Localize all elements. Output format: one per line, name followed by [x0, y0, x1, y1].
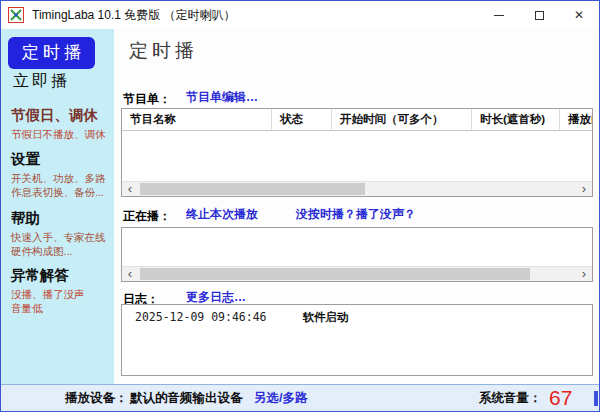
- scrollbar-thumb[interactable]: [140, 268, 530, 280]
- scroll-left-icon[interactable]: ‹: [122, 267, 138, 281]
- scroll-right-icon[interactable]: ›: [576, 267, 592, 281]
- app-logo-icon: [8, 7, 24, 23]
- playlist-label: 节目单：: [123, 92, 171, 106]
- sidebar-item-subtitle: 快速入手、专家在线 硬件构成图...: [11, 231, 106, 258]
- sidebar-item-subtitle: 没播、播了没声 音量低: [11, 288, 85, 315]
- playlist-table: 节目名称 状态 开始时间（可多个） 时长(遮首秒) 播放内容 ‹ ›: [121, 108, 593, 197]
- playback-help-link[interactable]: 没按时播？播了没声？: [296, 206, 416, 223]
- playlist-table-header: 节目名称 状态 开始时间（可多个） 时长(遮首秒) 播放内容: [122, 109, 592, 131]
- sidebar-item-subtitle: 开关机、功放、多路 作息表切换、备份...: [11, 172, 106, 199]
- window-title: TimingLaba 10.1 免费版 （定时喇叭）: [32, 7, 236, 24]
- minimize-icon: [494, 15, 504, 16]
- maximize-button[interactable]: [519, 1, 559, 29]
- sidebar-item-subtitle: 节假日不播放、调休: [11, 128, 106, 142]
- column-header-name: 节目名称: [122, 109, 272, 130]
- playlist-hscrollbar[interactable]: ‹ ›: [122, 181, 592, 196]
- sidebar-item-label: 节假日、调休: [11, 106, 106, 125]
- sidebar-item-instant-play[interactable]: 立即播: [13, 71, 70, 92]
- sidebar-item-label: 异常解答: [11, 266, 85, 285]
- playlist-row: 节目单： 节目单编辑…: [123, 89, 171, 108]
- playback-device-value: 默认的音频输出设备: [130, 385, 243, 411]
- scrollbar-thumb[interactable]: [140, 183, 365, 195]
- app-window: TimingLaba 10.1 免费版 （定时喇叭） ✕ 定时播 立即播 节假日…: [0, 0, 600, 412]
- main-content: 定时播 节目单： 节目单编辑… 节目名称 状态 开始时间（可多个） 时长(遮首秒…: [114, 29, 599, 384]
- column-header-start-time: 开始时间（可多个）: [332, 109, 472, 130]
- log-box: 2025-12-09 09:46:46 软件启动: [121, 304, 593, 376]
- system-volume-value: 67: [549, 385, 572, 411]
- log-entry: 2025-12-09 09:46:46 软件启动: [135, 310, 592, 325]
- column-header-content: 播放内容: [560, 109, 592, 130]
- sidebar-item-timed-play[interactable]: 定时播: [8, 37, 95, 69]
- sidebar-item-label: 帮助: [11, 209, 106, 228]
- sidebar-item-help[interactable]: 帮助 快速入手、专家在线 硬件构成图...: [11, 209, 106, 258]
- log-entry-message: 软件启动: [303, 310, 349, 325]
- clipped-edge-control-icon: [594, 391, 598, 406]
- scroll-left-icon[interactable]: ‹: [122, 182, 138, 196]
- playback-device-label: 播放设备：: [65, 385, 128, 411]
- maximize-icon: [535, 11, 544, 20]
- sidebar-item-holidays[interactable]: 节假日、调休 节假日不播放、调休: [11, 106, 106, 142]
- sidebar-item-label: 设置: [11, 150, 106, 169]
- now-playing-box: ‹ ›: [121, 227, 593, 282]
- device-select-link[interactable]: 另选/多路: [254, 385, 307, 411]
- stop-playback-link[interactable]: 终止本次播放: [186, 206, 258, 223]
- log-entry-time: 2025-12-09 09:46:46: [135, 310, 267, 324]
- column-header-duration: 时长(遮首秒): [472, 109, 560, 130]
- sidebar-item-settings[interactable]: 设置 开关机、功放、多路 作息表切换、备份...: [11, 150, 106, 199]
- page-title: 定时播: [129, 38, 198, 64]
- minimize-button[interactable]: [479, 1, 519, 29]
- column-header-status: 状态: [272, 109, 332, 130]
- close-icon: ✕: [574, 9, 584, 21]
- system-volume-label: 系统音量：: [479, 385, 542, 411]
- scroll-right-icon[interactable]: ›: [576, 182, 592, 196]
- now-playing-row: 正在播： 终止本次播放 没按时播？播了没声？: [123, 206, 171, 225]
- sidebar: 定时播 立即播 节假日、调休 节假日不播放、调休 设置 开关机、功放、多路 作息…: [1, 29, 114, 384]
- playlist-edit-link[interactable]: 节目单编辑…: [186, 89, 258, 106]
- status-bar: 播放设备： 默认的音频输出设备 另选/多路 系统音量： 67: [1, 384, 599, 411]
- close-button[interactable]: ✕: [559, 1, 599, 29]
- title-bar: TimingLaba 10.1 免费版 （定时喇叭） ✕: [1, 1, 599, 29]
- now-playing-hscrollbar[interactable]: ‹ ›: [122, 266, 592, 281]
- window-controls: ✕: [479, 1, 599, 29]
- sidebar-item-troubleshooting[interactable]: 异常解答 没播、播了没声 音量低: [11, 266, 85, 315]
- now-playing-label: 正在播：: [123, 209, 171, 223]
